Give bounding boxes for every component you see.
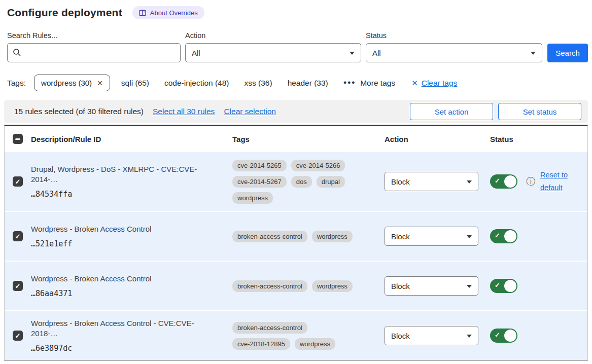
remove-tag-icon[interactable]: ✕ <box>97 79 103 87</box>
about-overrides-link[interactable]: About Overrides <box>132 6 204 19</box>
tag-sqli[interactable]: sqli (65) <box>121 79 149 88</box>
row-checkbox[interactable]: ✓ <box>13 331 23 341</box>
clear-icon: ✕ <box>411 79 418 88</box>
tag-code-injection[interactable]: code-injection (48) <box>164 79 229 88</box>
rule-action-select[interactable]: Block <box>385 227 478 246</box>
selected-tag-label: wordpress (30) <box>41 79 92 87</box>
status-filter-value: All <box>372 49 381 57</box>
search-icon <box>13 48 21 59</box>
rule-description: Wordpress - Broken Access Control <box>31 224 219 234</box>
status-filter-label: Status <box>366 31 542 40</box>
column-header-status: Status <box>486 135 587 143</box>
rule-tag-pill: wordpress <box>295 338 335 350</box>
reset-to-default-link[interactable]: Reset to default <box>540 169 573 194</box>
rule-id: …6e3897dc <box>31 344 219 353</box>
rule-tag-pill: wordpress <box>232 192 273 204</box>
toggle-knob <box>504 175 516 188</box>
rule-enabled-toggle[interactable]: ✓ <box>490 329 517 343</box>
rule-description: Wordpress - Broken Access Control - CVE:… <box>31 318 219 338</box>
rule-tag-pill: drupal <box>317 176 345 188</box>
chevron-down-icon <box>531 52 536 57</box>
tags-bar: Tags: wordpress (30) ✕ sqli (65) code-in… <box>7 75 588 91</box>
info-icon: ⓘ <box>526 177 535 186</box>
check-icon: ✓ <box>495 281 500 289</box>
table-row: ✓Wordpress - Broken Access Control…521e1… <box>5 211 587 261</box>
check-icon: ✓ <box>15 283 21 289</box>
toggle-knob <box>504 280 516 292</box>
rule-tag-pill: broken-access-control <box>232 322 307 334</box>
about-overrides-label: About Overrides <box>150 9 198 17</box>
check-icon: ✓ <box>15 178 21 185</box>
action-filter-select[interactable]: All <box>185 43 361 62</box>
ellipsis-icon: ●●● <box>343 79 356 85</box>
rule-action-select[interactable]: Block <box>385 172 478 191</box>
rule-action-value: Block <box>391 332 410 340</box>
toggle-knob <box>504 230 516 242</box>
column-header-description: Description/Rule ID <box>31 135 232 143</box>
rule-action-select[interactable]: Block <box>385 326 478 345</box>
tag-xss[interactable]: xss (36) <box>245 79 272 88</box>
chevron-down-icon <box>467 180 472 186</box>
selection-bar: 15 rules selected (of 30 filtered rules)… <box>4 100 588 123</box>
check-icon: ✓ <box>495 232 500 239</box>
rule-id: …521e1eff <box>31 239 219 248</box>
more-tags-label: More tags <box>360 79 395 88</box>
filters-row: Search Rules... Action All Status All <box>7 31 588 62</box>
rule-id: …86aa4371 <box>31 289 219 298</box>
set-status-button[interactable]: Set status <box>498 103 581 120</box>
tag-header[interactable]: header (33) <box>288 79 328 88</box>
action-filter-value: All <box>192 49 200 57</box>
column-header-action: Action <box>379 135 486 143</box>
rule-action-value: Block <box>391 282 410 290</box>
page-title: Configure deployment <box>7 7 122 19</box>
page-header: Configure deployment About Overrides <box>7 6 588 19</box>
search-rules-input[interactable] <box>7 43 181 62</box>
clear-selection-link[interactable]: Clear selection <box>224 107 276 116</box>
rule-tag-pill: cve-2018-12895 <box>232 338 290 350</box>
column-header-tags: Tags <box>232 135 379 143</box>
clear-tags-link[interactable]: ✕ Clear tags <box>411 79 457 88</box>
selected-tag-chip-wordpress[interactable]: wordpress (30) ✕ <box>34 75 110 91</box>
rule-tag-pill: dos <box>291 176 312 188</box>
book-icon <box>139 10 146 16</box>
status-filter-select[interactable]: All <box>366 43 542 62</box>
chevron-down-icon <box>350 52 355 57</box>
row-checkbox[interactable]: ✓ <box>13 231 23 241</box>
select-all-checkbox[interactable] <box>13 134 23 144</box>
rule-enabled-toggle[interactable]: ✓ <box>490 229 517 243</box>
select-all-link[interactable]: Select all 30 rules <box>153 107 215 116</box>
search-button[interactable]: Search <box>547 44 588 62</box>
rule-tag-pill: broken-access-control <box>232 231 307 242</box>
rule-action-value: Block <box>391 232 410 241</box>
rule-tag-pill: wordpress <box>312 280 353 292</box>
search-rules-field <box>7 43 181 62</box>
rule-tag-pill: cve-2014-5267 <box>232 176 287 188</box>
check-icon: ✓ <box>15 333 21 339</box>
tags-label: Tags: <box>7 79 26 88</box>
table-row: ✓Wordpress - Broken Access Control - CVE… <box>5 310 587 360</box>
chevron-down-icon <box>467 235 472 241</box>
check-icon: ✓ <box>495 331 500 339</box>
rule-description: Wordpress - Broken Access Control <box>31 274 219 284</box>
rule-id: …84534ffa <box>31 190 219 199</box>
rule-enabled-toggle[interactable]: ✓ <box>490 174 517 189</box>
more-tags-button[interactable]: ●●● More tags <box>343 79 395 88</box>
check-icon: ✓ <box>495 177 500 185</box>
set-action-button[interactable]: Set action <box>410 103 493 120</box>
selection-summary: 15 rules selected (of 30 filtered rules) <box>14 107 144 116</box>
row-checkbox[interactable]: ✓ <box>13 281 23 291</box>
chevron-down-icon <box>467 285 472 290</box>
toggle-knob <box>504 330 516 342</box>
rule-tag-pill: cve-2014-5266 <box>291 160 345 171</box>
table-body: ✓Drupal, Wordpress - DoS - XMLRPC - CVE:… <box>5 152 587 360</box>
rule-tag-pill: cve-2014-5265 <box>232 160 287 171</box>
rule-enabled-toggle[interactable]: ✓ <box>490 279 517 293</box>
table-header-row: Description/Rule ID Tags Action Status <box>5 126 587 152</box>
row-checkbox[interactable]: ✓ <box>13 176 23 187</box>
rule-tag-pill: broken-access-control <box>232 280 307 292</box>
chevron-down-icon <box>467 335 472 340</box>
rule-action-select[interactable]: Block <box>385 276 478 296</box>
rule-description: Drupal, Wordpress - DoS - XMLRPC - CVE:C… <box>31 164 219 184</box>
configure-deployment-page: Configure deployment About Overrides Sea… <box>0 0 592 361</box>
table-row: ✓Wordpress - Broken Access Control…86aa4… <box>5 261 587 310</box>
